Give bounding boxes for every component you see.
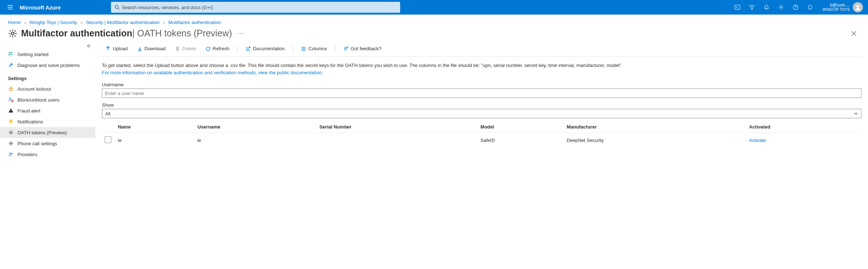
trash-icon <box>175 46 180 51</box>
delete-button: Delete <box>171 44 200 53</box>
got-feedback-button[interactable]: Got feedback? <box>340 44 385 53</box>
columns-button[interactable]: Columns <box>298 44 331 53</box>
table-header[interactable]: Serial Number <box>316 121 478 133</box>
svg-point-13 <box>10 132 12 133</box>
chevron-right-icon: › <box>24 20 26 25</box>
table-header[interactable]: Model <box>478 121 564 133</box>
directories-button[interactable] <box>745 0 759 15</box>
info-text: To get started, select the Upload button… <box>102 62 861 69</box>
bell-solid-icon <box>8 119 14 124</box>
sidebar-item-diagnose[interactable]: Diagnose and solve problems <box>0 60 95 71</box>
show-select[interactable]: All <box>102 109 861 118</box>
people-icon <box>8 151 14 157</box>
account-tenant: WINGTIP TOYS <box>823 8 850 12</box>
sidebar-item-label: Account lockout <box>17 86 51 92</box>
toolbar-label: Columns <box>308 46 327 51</box>
info-docs-link[interactable]: For more information on available authen… <box>102 70 323 75</box>
username-label: Username <box>102 82 861 87</box>
table-row[interactable]: le le SafeID DeepNet Security Activate <box>102 133 861 148</box>
show-label: Show <box>102 102 861 108</box>
command-bar: Upload Download Delete Refresh Documenta… <box>102 41 861 57</box>
alert-triangle-icon <box>8 108 14 114</box>
chevron-down-icon <box>854 111 858 116</box>
sidebar-item-fraud-alert[interactable]: Fraud alert <box>0 105 95 116</box>
gear-icon <box>778 4 784 10</box>
cell-model: SafeID <box>478 133 564 148</box>
collapse-sidebar-button[interactable] <box>0 43 95 49</box>
page-subtitle: | OATH tokens (Preview) <box>132 28 232 39</box>
refresh-button[interactable]: Refresh <box>202 44 233 53</box>
user-block-icon <box>8 97 14 103</box>
gear-small-icon <box>8 130 14 135</box>
svg-point-18 <box>302 48 302 49</box>
svg-rect-7 <box>9 88 12 91</box>
flag-icon <box>8 51 14 57</box>
username-input[interactable] <box>102 88 861 98</box>
sidebar-item-label: Fraud alert <box>17 108 40 114</box>
svg-point-19 <box>302 50 302 51</box>
upload-button[interactable]: Upload <box>102 44 131 53</box>
breadcrumb-item[interactable]: Multifactor authentication <box>168 20 221 25</box>
toolbar-label: Download <box>144 46 166 51</box>
table-header[interactable]: Username <box>195 121 316 133</box>
breadcrumb-item[interactable]: Security | Multifactor authentication <box>86 20 159 25</box>
top-bar: Microsoft Azure b@com.... WINGTIP T <box>0 0 868 15</box>
cell-serial <box>316 133 478 148</box>
wrench-icon <box>8 62 14 68</box>
sidebar-item-label: Notifications <box>17 119 43 124</box>
global-search[interactable] <box>111 2 400 13</box>
activate-link[interactable]: Activate <box>749 138 766 143</box>
svg-rect-21 <box>346 47 348 48</box>
gear-small-icon <box>8 141 14 146</box>
sidebar-item-phone-call[interactable]: Phone call settings <box>0 138 95 149</box>
more-actions-button[interactable]: ··· <box>237 29 245 37</box>
breadcrumb: Home › Wingtip Toys | Security › Securit… <box>0 15 868 27</box>
cell-name: le <box>115 133 195 148</box>
brand-label[interactable]: Microsoft Azure <box>17 4 67 11</box>
lock-icon <box>8 86 14 92</box>
svg-point-16 <box>12 153 13 154</box>
global-search-input[interactable] <box>122 5 397 10</box>
notifications-button[interactable] <box>759 0 774 15</box>
feedback-icon <box>807 4 813 10</box>
svg-point-6 <box>11 32 14 35</box>
breadcrumb-item[interactable]: Wingtip Toys | Security <box>29 20 77 25</box>
chevron-double-left-icon <box>87 44 91 48</box>
svg-rect-12 <box>11 111 11 112</box>
sidebar-item-providers[interactable]: Providers <box>0 149 95 160</box>
toolbar-separator <box>293 46 293 52</box>
documentation-button[interactable]: Documentation <box>242 44 288 53</box>
svg-point-20 <box>345 47 346 49</box>
close-icon <box>851 31 856 36</box>
feedback-button[interactable] <box>803 0 817 15</box>
sidebar-item-block-unblock[interactable]: Block/unblock users <box>0 94 95 105</box>
chevron-right-icon: › <box>163 20 164 25</box>
person-feedback-icon <box>343 46 349 51</box>
show-select-value: All <box>105 111 110 116</box>
sidebar-item-getting-started[interactable]: Getting started <box>0 49 95 60</box>
download-button[interactable]: Download <box>134 44 169 53</box>
help-button[interactable] <box>788 0 803 15</box>
svg-point-0 <box>115 5 118 8</box>
toolbar-separator <box>335 46 335 52</box>
main-content: Upload Download Delete Refresh Documenta… <box>95 41 868 160</box>
sidebar-item-label: Block/unblock users <box>17 97 60 103</box>
table-header[interactable]: Activated <box>746 121 861 133</box>
sidebar-item-notifications[interactable]: Notifications <box>0 116 95 127</box>
close-blade-button[interactable] <box>848 29 860 38</box>
sidebar-item-oath-tokens[interactable]: OATH tokens (Preview) <box>0 127 95 138</box>
table-header[interactable]: Name <box>115 121 195 133</box>
bell-icon <box>764 4 769 10</box>
settings-button[interactable] <box>774 0 788 15</box>
sidebar-item-label: Getting started <box>17 52 48 57</box>
sidebar-item-account-lockout[interactable]: Account lockout <box>0 83 95 94</box>
hamburger-menu-button[interactable] <box>3 0 17 15</box>
toolbar-label: Refresh <box>213 46 230 51</box>
cloud-shell-button[interactable] <box>730 0 745 15</box>
breadcrumb-item[interactable]: Home <box>8 20 21 25</box>
table-header[interactable]: Manufacturer <box>564 121 746 133</box>
account-menu[interactable]: b@com.... WINGTIP TOYS <box>817 2 865 12</box>
cloud-shell-icon <box>734 4 740 10</box>
row-checkbox[interactable] <box>105 137 111 143</box>
svg-point-17 <box>302 47 302 48</box>
